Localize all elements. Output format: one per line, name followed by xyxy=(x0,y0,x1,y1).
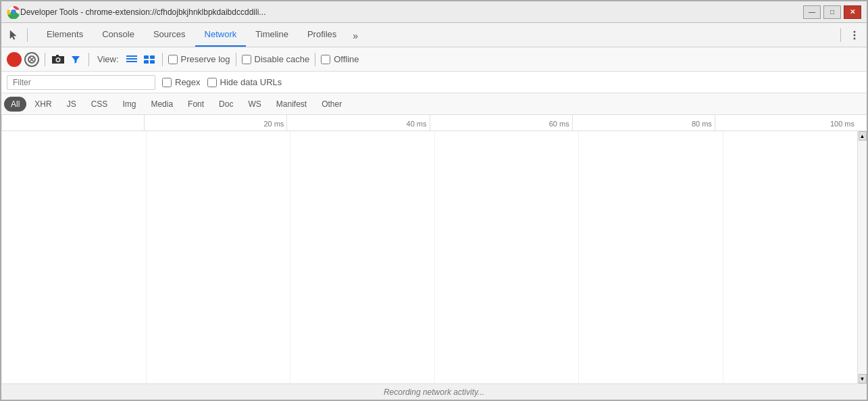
preserve-log-checkbox[interactable] xyxy=(168,55,178,64)
cursor-icon[interactable] xyxy=(4,26,23,45)
scrollbar: ▲ ▼ xyxy=(857,131,867,383)
toolbar-divider-4 xyxy=(236,53,236,66)
resource-img-button[interactable]: Img xyxy=(116,97,143,112)
filter-bar: Regex Hide data URLs xyxy=(1,72,867,93)
grid-col-1 xyxy=(1,131,146,383)
offline-checkbox[interactable] xyxy=(321,55,330,64)
svg-point-4 xyxy=(854,37,856,39)
grid-col-3 xyxy=(290,131,434,383)
tab-bar-right xyxy=(845,26,864,45)
grid-col-4 xyxy=(434,131,579,383)
disable-cache-checkbox-label[interactable]: Disable cache xyxy=(242,54,310,64)
regex-checkbox-label[interactable]: Regex xyxy=(162,77,201,87)
filter-input[interactable] xyxy=(7,75,155,90)
svg-rect-15 xyxy=(126,61,137,62)
grid-col-6 xyxy=(723,131,867,383)
toolbar-divider-2 xyxy=(88,53,89,66)
svg-point-3 xyxy=(854,34,856,36)
resource-other-button[interactable]: Other xyxy=(315,97,349,112)
ruler-mark-60ms: 60 ms xyxy=(430,115,572,131)
view-list-button[interactable] xyxy=(124,52,139,67)
ruler-mark-100ms: 100 ms xyxy=(715,115,857,131)
svg-rect-19 xyxy=(150,60,155,64)
tabs: Elements Console Sources Network Timelin… xyxy=(37,23,836,47)
timeline-grid xyxy=(1,131,867,383)
resource-media-button[interactable]: Media xyxy=(144,97,180,112)
record-button[interactable] xyxy=(7,52,22,67)
toolbar-divider-3 xyxy=(162,53,163,66)
resource-all-button[interactable]: All xyxy=(4,97,26,112)
devtools-panel: Elements Console Sources Network Timelin… xyxy=(1,23,867,400)
chrome-icon xyxy=(7,5,20,19)
timeline-area: 20 ms 40 ms 60 ms 80 ms 100 ms xyxy=(1,115,867,400)
disable-cache-label: Disable cache xyxy=(255,54,310,64)
tab-bar: Elements Console Sources Network Timelin… xyxy=(1,23,867,47)
tab-console[interactable]: Console xyxy=(93,23,144,47)
view-label: View: xyxy=(97,54,119,64)
svg-rect-13 xyxy=(126,55,137,57)
title-bar-controls: — □ ✕ xyxy=(803,5,861,19)
screenshot-button[interactable] xyxy=(51,52,66,67)
tab-elements[interactable]: Elements xyxy=(37,23,93,47)
title-bar-text: Developer Tools - chrome-extension://cfh… xyxy=(20,7,798,17)
devtools-window: Developer Tools - chrome-extension://cfh… xyxy=(0,0,868,401)
svg-rect-12 xyxy=(56,55,59,57)
resource-ws-button[interactable]: WS xyxy=(241,97,267,112)
hide-data-urls-checkbox-label[interactable]: Hide data URLs xyxy=(207,77,282,87)
regex-label: Regex xyxy=(175,77,201,87)
resource-font-button[interactable]: Font xyxy=(181,97,211,112)
view-group-button[interactable] xyxy=(142,52,157,67)
preserve-log-checkbox-label[interactable]: Preserve log xyxy=(168,54,230,64)
ruler-mark-80ms: 80 ms xyxy=(572,115,715,131)
ruler-mark-40ms: 40 ms xyxy=(286,115,429,131)
resource-manifest-button[interactable]: Manifest xyxy=(270,97,313,112)
svg-point-11 xyxy=(57,58,59,61)
scrollbar-up-button[interactable]: ▲ xyxy=(859,131,867,141)
svg-point-2 xyxy=(854,30,856,32)
title-bar: Developer Tools - chrome-extension://cfh… xyxy=(1,1,867,23)
tab-divider-right xyxy=(840,28,841,42)
ruler-mark-0 xyxy=(1,115,144,131)
disable-cache-checkbox[interactable] xyxy=(242,55,251,64)
resource-type-bar: All XHR JS CSS Img Media Font Doc WS Man… xyxy=(1,93,867,115)
tab-profiles[interactable]: Profiles xyxy=(298,23,346,47)
resource-doc-button[interactable]: Doc xyxy=(212,97,240,112)
ruler-mark-20ms: 20 ms xyxy=(144,115,286,131)
resource-xhr-button[interactable]: XHR xyxy=(28,97,58,112)
tab-sources[interactable]: Sources xyxy=(144,23,195,47)
status-bar: Recording network activity... xyxy=(1,383,867,400)
close-button[interactable]: ✕ xyxy=(844,5,861,19)
hide-data-urls-label: Hide data URLs xyxy=(220,77,282,87)
grid-col-2 xyxy=(146,131,290,383)
toolbar-divider-1 xyxy=(45,53,45,66)
hide-data-urls-checkbox[interactable] xyxy=(207,78,217,87)
stop-button[interactable] xyxy=(24,52,39,67)
tab-bar-left xyxy=(4,26,32,45)
toolbar: View: Pres xyxy=(1,47,867,72)
tab-timeline[interactable]: Timeline xyxy=(246,23,298,47)
status-text: Recording network activity... xyxy=(384,387,484,397)
grid-col-5 xyxy=(578,131,723,383)
preserve-log-label: Preserve log xyxy=(181,54,230,64)
timeline-content xyxy=(1,131,867,383)
svg-rect-17 xyxy=(150,55,155,59)
svg-rect-16 xyxy=(144,55,149,59)
svg-rect-14 xyxy=(126,58,137,60)
offline-checkbox-label[interactable]: Offline xyxy=(321,54,359,64)
timeline-ruler: 20 ms 40 ms 60 ms 80 ms 100 ms xyxy=(1,115,867,131)
svg-rect-18 xyxy=(144,60,149,64)
more-options-button[interactable] xyxy=(845,26,864,45)
regex-checkbox[interactable] xyxy=(162,78,172,87)
toolbar-divider-5 xyxy=(315,53,315,66)
tab-network[interactable]: Network xyxy=(195,23,247,47)
tab-more-button[interactable]: » xyxy=(346,25,365,47)
filter-button[interactable] xyxy=(68,52,83,67)
minimize-button[interactable]: — xyxy=(803,5,821,19)
resource-js-button[interactable]: JS xyxy=(60,97,83,112)
tab-divider-left xyxy=(27,28,28,42)
resource-css-button[interactable]: CSS xyxy=(84,97,115,112)
maximize-button[interactable]: □ xyxy=(823,5,841,19)
scrollbar-down-button[interactable]: ▼ xyxy=(859,374,867,383)
offline-label: Offline xyxy=(334,54,359,64)
